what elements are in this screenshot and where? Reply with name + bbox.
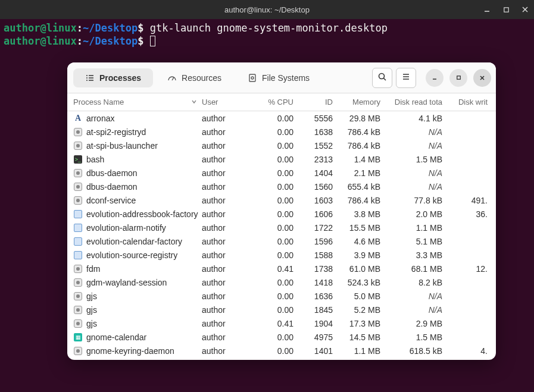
process-memory: 5.0 MB — [333, 291, 386, 301]
process-row[interactable]: evolution-alarm-notifyauthor0.00172215.5… — [67, 221, 496, 234]
evolution-icon — [74, 224, 82, 232]
process-row[interactable]: >_bashauthor0.0023131.4 MB1.5 MB — [67, 152, 496, 166]
process-name: gnome-remote-desktop-daem — [86, 360, 196, 360]
process-read: 1.1 MB — [386, 223, 446, 233]
process-user: author — [202, 291, 255, 301]
process-cpu: 0.00 — [255, 209, 303, 219]
col-header-cpu[interactable]: % CPU — [255, 98, 303, 106]
process-row[interactable]: dbus-daemonauthor0.0014042.1 MBN/A — [67, 166, 496, 180]
menu-button[interactable] — [396, 68, 416, 88]
svg-rect-1 — [504, 7, 508, 11]
process-cpu: 0.00 — [255, 127, 303, 137]
cursor-icon — [150, 36, 155, 46]
process-cpu: 0.00 — [255, 250, 303, 260]
process-write: 4. — [446, 346, 488, 356]
tab-resources[interactable]: Resources — [155, 68, 233, 87]
process-memory: 3.9 MB — [333, 250, 386, 260]
process-row[interactable]: gnome-remote-desktop-daemauthor0.0014761… — [67, 357, 496, 360]
process-name: fdm — [86, 264, 100, 274]
col-header-write[interactable]: Disk writ — [446, 98, 488, 106]
sort-arrow-icon — [191, 98, 197, 106]
prompt-path: ~/Desktop — [83, 22, 138, 34]
tab-processes[interactable]: Processes — [73, 68, 153, 87]
search-button[interactable] — [372, 68, 392, 88]
process-row[interactable]: at-spi-bus-launcherauthor0.001552786.4 k… — [67, 139, 496, 152]
process-row[interactable]: at-spi2-registrydauthor0.001638786.4 kBN… — [67, 125, 496, 139]
process-row[interactable]: gjsauthor0.41190417.3 MB2.9 MB — [67, 316, 496, 330]
process-cpu: 0.00 — [255, 305, 303, 315]
evolution-icon — [74, 237, 82, 246]
process-read: 1.5 MB — [386, 333, 446, 342]
col-header-id[interactable]: ID — [303, 98, 333, 106]
process-user: author — [202, 155, 255, 164]
process-cpu: 0.00 — [255, 155, 303, 164]
process-id: 1638 — [303, 127, 333, 137]
process-row[interactable]: gjsauthor0.0016365.0 MBN/A — [67, 289, 496, 303]
terminal-line-2: author@linux:~/Desktop$ — [4, 35, 530, 48]
process-row[interactable]: gdm-wayland-sessionauthor0.001418524.3 k… — [67, 275, 496, 289]
tab-processes-label: Processes — [99, 73, 141, 83]
col-header-read[interactable]: Disk read tota — [386, 98, 446, 106]
col-header-name[interactable]: Process Name — [72, 98, 202, 106]
process-list[interactable]: Aarronaxauthor0.00555629.8 MB4.1 kBat-sp… — [67, 111, 496, 360]
process-row[interactable]: evolution-calendar-factoryauthor0.001596… — [67, 234, 496, 248]
process-memory: 5.2 MB — [333, 305, 386, 315]
close-button[interactable] — [520, 4, 530, 15]
tab-resources-label: Resources — [182, 73, 221, 83]
process-memory: 15.5 MB — [333, 223, 386, 233]
col-header-memory[interactable]: Memory — [333, 98, 386, 106]
process-user: author — [202, 278, 255, 287]
maximize-button[interactable] — [501, 4, 511, 15]
terminal-content[interactable]: author@linux:~/Desktop$ gtk-launch gnome… — [0, 19, 534, 50]
process-memory: 4.6 MB — [333, 237, 386, 246]
generic-process-icon — [74, 319, 82, 328]
process-row[interactable]: gnome-keyring-daemonauthor0.0014011.1 MB… — [67, 344, 496, 357]
col-header-user[interactable]: User — [202, 98, 255, 106]
process-user: author — [202, 168, 255, 178]
process-row[interactable]: gjsauthor0.0018455.2 MBN/A — [67, 303, 496, 316]
process-memory: 13.2 MB — [333, 360, 386, 360]
process-row[interactable]: evolution-addressbook-factoryauthor0.001… — [67, 207, 496, 221]
view-switcher: Processes Resources File Systems — [72, 68, 323, 87]
process-memory: 524.3 kB — [333, 278, 386, 287]
app-icon: A — [74, 114, 82, 123]
process-read: 3.3 MB — [386, 250, 446, 260]
process-user: author — [202, 264, 255, 274]
process-id: 1603 — [303, 196, 333, 205]
process-row[interactable]: evolution-source-registryauthor0.0015883… — [67, 248, 496, 262]
process-memory: 786.4 kB — [333, 127, 386, 137]
process-cpu: 0.41 — [255, 319, 303, 328]
process-row[interactable]: ▦gnome-calendarauthor0.00497514.5 MB1.5 … — [67, 330, 496, 344]
app-minimize-button[interactable] — [426, 69, 444, 87]
terminal-icon: >_ — [74, 155, 82, 164]
process-read: 68.1 MB — [386, 264, 446, 274]
generic-process-icon — [74, 292, 82, 300]
svg-point-13 — [379, 74, 385, 79]
list-icon — [85, 73, 95, 83]
monitor-headerbar: Processes Resources File Systems — [67, 62, 496, 93]
generic-process-icon — [74, 306, 82, 314]
process-id: 1596 — [303, 237, 333, 246]
process-read: N/A — [386, 141, 446, 150]
tab-filesystems[interactable]: File Systems — [236, 68, 321, 87]
process-id: 1636 — [303, 291, 333, 301]
process-row[interactable]: Aarronaxauthor0.00555629.8 MB4.1 kB — [67, 111, 496, 125]
process-name: at-spi2-registryd — [86, 127, 146, 137]
process-row[interactable]: dconf-serviceauthor0.001603786.4 kB77.8 … — [67, 193, 496, 207]
process-row[interactable]: dbus-daemonauthor0.001560655.4 kBN/A — [67, 180, 496, 193]
process-name: dconf-service — [86, 196, 136, 205]
process-read: N/A — [386, 305, 446, 315]
process-read: 4.1 kB — [386, 114, 446, 123]
process-memory: 1.1 MB — [333, 346, 386, 356]
svg-point-12 — [251, 77, 254, 79]
app-maximize-button[interactable] — [449, 69, 467, 87]
generic-process-icon — [74, 142, 82, 150]
svg-line-14 — [384, 79, 386, 81]
minimize-button[interactable] — [482, 4, 492, 15]
app-close-button[interactable] — [473, 69, 491, 87]
process-cpu: 0.00 — [255, 182, 303, 192]
evolution-icon — [74, 251, 82, 259]
process-row[interactable]: fdmauthor0.41173861.0 MB68.1 MB12. — [67, 262, 496, 275]
calendar-icon: ▦ — [74, 333, 82, 341]
process-name: gjs — [86, 305, 97, 315]
